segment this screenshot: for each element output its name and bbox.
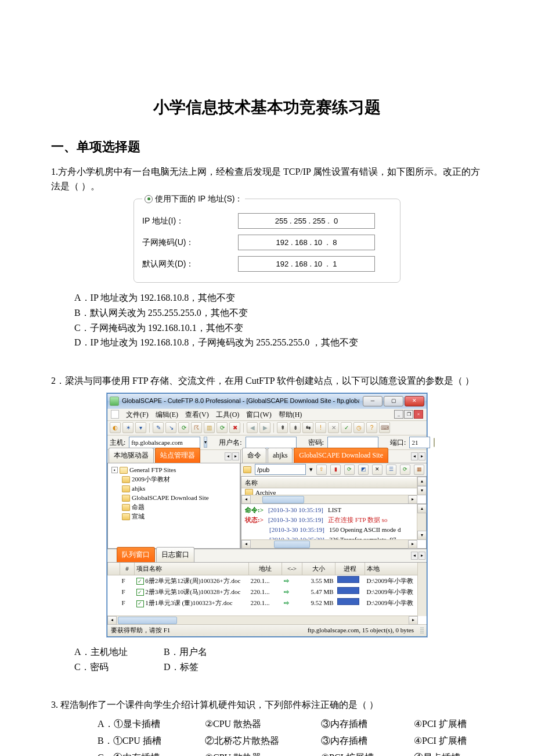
mdi-min-button[interactable]: _ (394, 410, 403, 419)
tb-wizard-icon[interactable]: ✶ (122, 422, 134, 433)
tab-log[interactable]: 日志窗口 (156, 547, 194, 562)
rt-up-icon[interactable]: ⇧ (316, 465, 327, 475)
qh-blank[interactable] (108, 563, 120, 575)
qtab-left-icon[interactable]: ◂ (411, 552, 418, 560)
r2-name[interactable]: 1册1单元3课 (董)100323+方.doc (145, 599, 232, 606)
log-scroll-up-icon[interactable]: ▴ (417, 504, 427, 513)
remote-toolbar[interactable]: ▾ ⇧ ▮ ⟳ ◩ ✕ ☰ ⟳ ▦ (241, 463, 427, 477)
minimize-button[interactable]: ─ (363, 396, 383, 406)
mdi-restore-button[interactable]: ❐ (404, 410, 413, 419)
menu-help[interactable]: 帮助(H) (279, 409, 302, 420)
tab-command[interactable]: 命令 (242, 448, 266, 463)
remote-list[interactable]: 名称 Archive csb ▴▾ ◂▸ (241, 476, 427, 504)
q-scroll-left-icon[interactable]: ◂ (107, 616, 117, 625)
ltab-right-icon[interactable]: ▸ (232, 452, 239, 460)
queue-vscroll[interactable] (417, 563, 427, 616)
rt-q-icon[interactable]: ◩ (358, 465, 369, 475)
tree-n1[interactable]: 2009小学教材 (132, 474, 170, 484)
menu-view[interactable]: 查看(V) (185, 409, 209, 420)
tb-go-icon[interactable]: ⟳ (217, 422, 228, 433)
mdi-close-button[interactable]: × (414, 410, 423, 419)
toolbar[interactable]: ◐ ✶ ▾ ✎ ↘ ⟳ ☈ ▥ ⟳ ✖ ◀ ▶ ⇞ ⇟ ⇆ ! ✕ ✓ (107, 421, 427, 435)
tree-n5[interactable]: 宣城 (132, 512, 145, 521)
titlebar[interactable]: GlobalSCAPE - CuteFTP 8.0 Professional -… (107, 394, 427, 409)
close-button[interactable]: ✕ (405, 396, 424, 406)
hscroll-thumb[interactable] (262, 496, 304, 503)
qh-name[interactable]: 项目名称 (135, 563, 249, 575)
left-tabs[interactable]: 本地驱动器 站点管理器 ◂▸ (107, 450, 240, 463)
host-input[interactable] (129, 437, 200, 448)
tb-refresh-icon[interactable]: ⟳ (178, 422, 189, 433)
gateway-input[interactable] (238, 256, 375, 272)
rt-grp-icon[interactable]: ▦ (414, 465, 424, 475)
q-hscroll[interactable] (117, 616, 409, 624)
scroll-up-icon[interactable]: ▴ (417, 477, 427, 486)
r1-name[interactable]: 2册3单元第10课(马)100328+方.doc (145, 588, 240, 595)
pass-input[interactable] (327, 437, 378, 448)
q-thumb[interactable] (118, 617, 177, 624)
hscroll-track[interactable] (251, 495, 408, 503)
qh-dir[interactable]: <-> (282, 563, 302, 575)
site-tree[interactable]: ▪General FTP Sites 2009小学教材 ahjks Global… (107, 463, 240, 549)
tb-clock-icon[interactable]: ◷ (353, 422, 365, 433)
use-ip-radio[interactable] (145, 195, 153, 203)
host-dropdown-icon[interactable]: ▾ (204, 437, 207, 448)
tb-del-icon[interactable]: ✕ (328, 422, 339, 433)
scroll-down-icon[interactable]: ▾ (417, 486, 427, 495)
tree-n4[interactable]: 命题 (132, 502, 145, 512)
rt-stop-icon[interactable]: ▮ (330, 465, 341, 475)
rt-list-icon[interactable]: ☰ (386, 465, 396, 475)
tb-reconnect-icon[interactable]: ☈ (191, 422, 202, 433)
tb-sync-icon[interactable]: ⇆ (302, 422, 313, 433)
rt-sync-icon[interactable]: ⟳ (400, 465, 410, 475)
menu-edit[interactable]: 编辑(E) (156, 409, 178, 420)
tb-new-icon[interactable]: ◐ (110, 422, 121, 433)
user-input[interactable] (246, 437, 297, 448)
resize-grip-icon[interactable]: ⣿ (420, 625, 423, 635)
menu-window[interactable]: 窗口(W) (246, 409, 271, 420)
ip-input[interactable] (238, 213, 375, 229)
key-icon[interactable] (434, 438, 435, 447)
scroll-left-icon[interactable]: ◂ (241, 495, 251, 504)
path-dropdown-icon[interactable]: ▾ (309, 465, 313, 474)
rt-del-icon[interactable]: ✕ (372, 465, 383, 475)
tcpip-radio-row[interactable]: 使用下面的 IP 地址(S)： (142, 193, 245, 206)
log-hscroll[interactable] (251, 540, 408, 548)
qh-size[interactable]: 大小 (302, 563, 335, 575)
mask-input[interactable] (238, 235, 375, 250)
tb-connect-icon[interactable]: ✎ (153, 422, 164, 433)
tb-back-icon[interactable]: ◀ (247, 422, 258, 433)
tab-queue[interactable]: 队列窗口 (117, 547, 155, 562)
q-scroll-right-icon[interactable]: ▸ (409, 616, 418, 625)
tb-save-icon[interactable]: ▾ (135, 422, 146, 433)
tab-ahjks[interactable]: ahjks (268, 448, 293, 463)
tb-fwd-icon[interactable]: ▶ (259, 422, 270, 433)
menu-tool[interactable]: 工具(O) (216, 409, 240, 420)
menubar[interactable]: 文件(F) 编辑(E) 查看(V) 工具(O) 窗口(W) 帮助(H) _ ❐ … (107, 409, 427, 421)
tree-n3[interactable]: GlobalSCAPE Download Site (132, 493, 209, 503)
rtab-left-icon[interactable]: ◂ (411, 452, 418, 460)
tree-n2[interactable]: ahjks (132, 484, 145, 494)
tb-check-icon[interactable]: ✓ (341, 422, 352, 433)
tb-up-icon[interactable]: ⇞ (277, 422, 288, 433)
tb-help-icon[interactable]: ? (366, 422, 377, 433)
tree-toggle-icon[interactable]: ▪ (111, 467, 118, 473)
scroll-right-icon[interactable]: ▸ (408, 495, 417, 504)
tb-kb-icon[interactable]: ⌨ (379, 422, 390, 433)
log-scroll-down-icon[interactable]: ▾ (417, 531, 427, 540)
tree-root[interactable]: General FTP Sites (129, 465, 176, 475)
queue-tabs[interactable]: 队列窗口 日志窗口 ◂▸ (107, 549, 427, 563)
log-thumb[interactable] (274, 541, 310, 548)
menu-file[interactable]: 文件(F) (126, 409, 149, 420)
rt-refresh-icon[interactable]: ⟳ (344, 465, 355, 475)
qtab-right-icon[interactable]: ▸ (418, 552, 425, 560)
tb-exc-icon[interactable]: ! (315, 422, 326, 433)
maximize-button[interactable]: ▢ (384, 396, 403, 406)
ltab-left-icon[interactable]: ◂ (225, 452, 232, 460)
qh-prog[interactable]: 进程 (335, 563, 365, 575)
log-scroll-left-icon[interactable]: ◂ (241, 540, 251, 549)
tab-gsd[interactable]: GlobalSCAPE Download Site (294, 448, 388, 463)
rtab-right-icon[interactable]: ▸ (418, 452, 425, 460)
tb-stop-icon[interactable]: ✖ (229, 422, 240, 433)
queue-grid[interactable]: # 项目名称 地址 <-> 大小 进程 本地 F✓ 6册2单元第12课(周)10… (107, 563, 427, 624)
